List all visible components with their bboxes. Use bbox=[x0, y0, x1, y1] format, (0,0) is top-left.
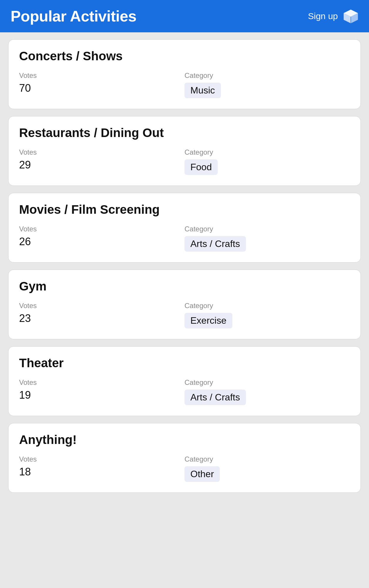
header-actions: Sign up bbox=[308, 9, 358, 24]
activity-card: Gym Votes 23 Category Exercise bbox=[8, 270, 361, 339]
activity-meta: Votes 23 Category Exercise bbox=[19, 302, 350, 328]
content-area: Concerts / Shows Votes 70 Category Music… bbox=[0, 32, 369, 588]
category-label: Category bbox=[184, 225, 350, 233]
votes-col: Votes 26 bbox=[19, 225, 184, 248]
category-label: Category bbox=[184, 455, 350, 463]
activity-meta: Votes 26 Category Arts / Crafts bbox=[19, 225, 350, 252]
app-header: Popular Activities Sign up bbox=[0, 0, 369, 32]
activity-card: Theater Votes 19 Category Arts / Crafts bbox=[8, 346, 361, 416]
package-icon[interactable] bbox=[343, 9, 358, 24]
activity-meta: Votes 29 Category Food bbox=[19, 148, 350, 175]
signup-label[interactable]: Sign up bbox=[308, 11, 338, 21]
activity-title: Concerts / Shows bbox=[19, 49, 350, 63]
category-badge: Other bbox=[184, 466, 220, 482]
votes-value: 26 bbox=[19, 235, 184, 248]
activity-title: Anything! bbox=[19, 433, 350, 447]
activity-card: Anything! Votes 18 Category Other bbox=[8, 423, 361, 493]
category-badge: Music bbox=[184, 83, 221, 98]
category-col: Category Exercise bbox=[184, 302, 350, 328]
category-col: Category Food bbox=[184, 148, 350, 175]
category-col: Category Other bbox=[184, 455, 350, 482]
votes-col: Votes 19 bbox=[19, 378, 184, 401]
activity-meta: Votes 18 Category Other bbox=[19, 455, 350, 482]
page-title: Popular Activities bbox=[11, 7, 136, 25]
votes-value: 19 bbox=[19, 389, 184, 401]
activity-title: Restaurants / Dining Out bbox=[19, 126, 350, 140]
category-col: Category Arts / Crafts bbox=[184, 225, 350, 252]
votes-value: 70 bbox=[19, 82, 184, 94]
votes-col: Votes 70 bbox=[19, 71, 184, 94]
votes-col: Votes 29 bbox=[19, 148, 184, 171]
activity-card: Movies / Film Screening Votes 26 Categor… bbox=[8, 193, 361, 263]
activity-card: Restaurants / Dining Out Votes 29 Catego… bbox=[8, 116, 361, 186]
votes-label: Votes bbox=[19, 71, 184, 80]
votes-label: Votes bbox=[19, 225, 184, 233]
category-badge: Exercise bbox=[184, 313, 232, 328]
category-col: Category Arts / Crafts bbox=[184, 378, 350, 405]
category-col: Category Music bbox=[184, 71, 350, 98]
category-badge: Arts / Crafts bbox=[184, 236, 246, 252]
votes-label: Votes bbox=[19, 455, 184, 463]
votes-value: 18 bbox=[19, 466, 184, 478]
category-label: Category bbox=[184, 148, 350, 156]
category-badge: Arts / Crafts bbox=[184, 390, 246, 405]
category-label: Category bbox=[184, 302, 350, 310]
votes-label: Votes bbox=[19, 302, 184, 310]
activity-meta: Votes 70 Category Music bbox=[19, 71, 350, 98]
votes-value: 23 bbox=[19, 312, 184, 325]
votes-col: Votes 23 bbox=[19, 302, 184, 325]
votes-col: Votes 18 bbox=[19, 455, 184, 478]
category-badge: Food bbox=[184, 159, 218, 175]
activity-title: Gym bbox=[19, 279, 350, 293]
activity-title: Movies / Film Screening bbox=[19, 203, 350, 217]
activity-title: Theater bbox=[19, 356, 350, 370]
activity-meta: Votes 19 Category Arts / Crafts bbox=[19, 378, 350, 405]
activity-card: Concerts / Shows Votes 70 Category Music bbox=[8, 39, 361, 109]
votes-label: Votes bbox=[19, 378, 184, 387]
category-label: Category bbox=[184, 378, 350, 387]
votes-label: Votes bbox=[19, 148, 184, 156]
votes-value: 29 bbox=[19, 159, 184, 171]
category-label: Category bbox=[184, 71, 350, 80]
